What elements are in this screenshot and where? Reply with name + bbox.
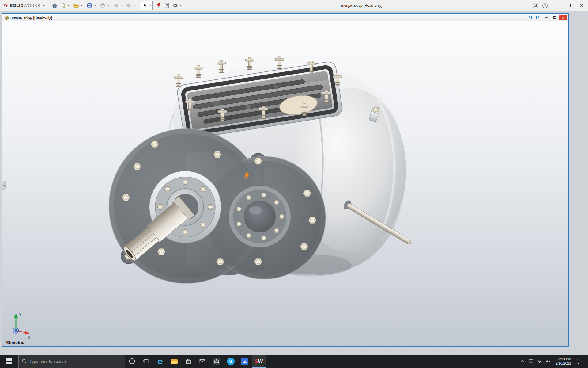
doc-layout-icon <box>528 16 532 19</box>
doc-minimize-button[interactable]: ─ <box>543 15 550 20</box>
notification-icon: 2 <box>577 359 582 363</box>
select-tool-dropdown[interactable]: ▾ <box>149 1 152 10</box>
home-button[interactable] <box>51 1 59 10</box>
chevron-up-icon <box>520 359 525 363</box>
start-button[interactable] <box>0 355 18 368</box>
select-tool-button[interactable] <box>141 1 149 10</box>
taskbar-app-store[interactable] <box>181 355 195 368</box>
doc-layout-button-2[interactable] <box>534 15 542 20</box>
close-icon: × <box>580 2 583 9</box>
rebuild-icon <box>156 3 161 8</box>
action-center-button[interactable]: 2 <box>575 355 585 368</box>
dropdown-icon: ▾ <box>68 4 69 7</box>
new-document-dropdown[interactable]: ▾ <box>67 1 70 10</box>
clock-date: 2/16/2021 <box>556 361 571 366</box>
network-icon <box>537 359 542 364</box>
user-icon <box>533 2 539 9</box>
taskbar-clock[interactable]: 3:58 PM 2/16/2021 <box>553 357 574 366</box>
show-desktop-button[interactable] <box>586 355 588 368</box>
taskbar-app-skype[interactable]: S <box>224 355 238 368</box>
caption-buttons: ? ─ × <box>531 0 588 11</box>
redo-button[interactable] <box>125 1 133 10</box>
taskbar-app-camera[interactable] <box>209 355 224 368</box>
cortana-button[interactable] <box>125 355 139 368</box>
side-cover[interactable] <box>228 185 291 248</box>
rebuild-button[interactable] <box>155 1 163 10</box>
brand-text: SOLIDWORKS <box>10 3 40 8</box>
app-titlebar: SOLIDWORKS ▸ ▾ <box>0 0 588 11</box>
volume-muted-icon <box>546 359 551 364</box>
taskbar-app-solidworks[interactable]: SW 2021 <box>252 355 266 368</box>
dropdown-icon: ▾ <box>107 4 109 7</box>
redo-dropdown[interactable]: ▾ <box>133 1 136 10</box>
doc-restore-button[interactable] <box>551 15 558 20</box>
close-button[interactable]: × <box>575 0 588 11</box>
gearbox-model[interactable] <box>2 21 568 346</box>
open-button[interactable] <box>72 1 80 10</box>
print-dropdown[interactable]: ▾ <box>107 1 110 10</box>
viewport-3d[interactable]: Y X *Dimetric <box>2 21 568 346</box>
print-icon <box>100 3 105 8</box>
new-document-icon <box>60 3 66 8</box>
tray-network-button[interactable] <box>536 355 543 368</box>
toolbar-expand-arrow[interactable]: ▸ <box>42 3 47 7</box>
featuremanager-collapse-tab[interactable] <box>2 181 6 190</box>
document-window-buttons: ─ × <box>526 15 567 20</box>
solidworks-icon: SW 2021 <box>255 359 263 364</box>
system-tray: 3:58 PM 2/16/2021 2 <box>519 355 588 368</box>
file-properties-button[interactable] <box>163 1 171 10</box>
taskbar-app-edge[interactable]: e <box>153 355 167 368</box>
account-button[interactable] <box>531 0 540 11</box>
store-icon <box>185 358 192 365</box>
undo-button[interactable] <box>112 1 120 10</box>
task-view-button[interactable] <box>139 355 153 368</box>
dropdown-icon: ▾ <box>180 4 181 7</box>
dassault-logo-icon <box>3 3 8 8</box>
document-window: menjac sklop [Read-only] ─ × <box>2 13 569 347</box>
options-button[interactable] <box>171 1 179 10</box>
taskbar-app-file-explorer[interactable] <box>167 355 181 368</box>
expand-arrow-glyph: ▸ <box>43 3 45 7</box>
undo-dropdown[interactable]: ▾ <box>120 1 123 10</box>
edge-icon: e <box>157 357 163 366</box>
orientation-triad: Y X <box>7 310 33 340</box>
taskbar-app-photos[interactable] <box>238 355 252 368</box>
dropdown-icon: ▾ <box>81 4 82 7</box>
minimize-icon: ─ <box>545 16 548 19</box>
taskbar-search[interactable] <box>18 355 125 368</box>
undo-icon <box>113 3 119 8</box>
print-button[interactable] <box>99 1 107 10</box>
cortana-icon <box>129 358 135 365</box>
solidworks-logo: SOLIDWORKS <box>0 3 42 8</box>
minimize-button[interactable]: ─ <box>549 0 562 11</box>
taskbar-app-mail[interactable] <box>195 355 209 368</box>
mail-icon <box>199 358 206 365</box>
doc-close-button[interactable]: × <box>559 15 567 20</box>
tray-volume-button[interactable] <box>545 355 552 368</box>
tray-chevron-button[interactable] <box>519 355 526 368</box>
app-window-title: menjac sklop [Read-only] <box>341 3 383 8</box>
save-button[interactable] <box>85 1 93 10</box>
save-dropdown[interactable]: ▾ <box>93 1 97 10</box>
photos-icon <box>241 358 248 365</box>
search-input[interactable] <box>29 359 122 364</box>
doc-layout-button-1[interactable] <box>526 15 533 20</box>
dropdown-icon: ▾ <box>134 4 135 7</box>
document-titlebar[interactable]: menjac sklop [Read-only] ─ × <box>2 14 568 21</box>
open-folder-icon <box>73 3 79 8</box>
notification-badge: 2 <box>579 360 580 363</box>
new-document-button[interactable] <box>59 1 67 10</box>
help-button[interactable]: ? <box>540 0 549 11</box>
dropdown-icon: ▾ <box>149 4 151 7</box>
assembly-icon <box>4 15 9 20</box>
close-icon: × <box>562 15 564 20</box>
maximize-button[interactable] <box>562 0 575 11</box>
display-icon <box>529 359 533 364</box>
open-dropdown[interactable]: ▾ <box>80 1 84 10</box>
search-icon <box>22 359 27 364</box>
tray-display-button[interactable] <box>527 355 535 368</box>
home-icon <box>52 3 58 8</box>
dropdown-icon: ▾ <box>94 4 96 7</box>
triad-y-label: Y <box>19 313 21 316</box>
options-dropdown[interactable]: ▾ <box>179 1 183 10</box>
